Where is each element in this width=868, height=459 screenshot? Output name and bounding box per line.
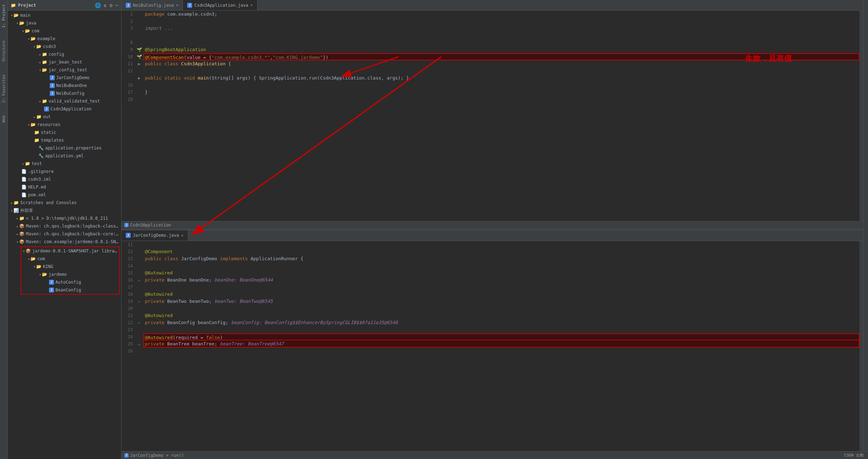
tree-item-BeanConfig[interactable]: J BeanConfig — [21, 286, 119, 294]
tree-item-external-libs[interactable]: ▾ 📊 外部库 — [8, 207, 121, 214]
tree-item-jar-config-test[interactable]: ▾ 📂 jar_config_test — [8, 66, 121, 74]
tree-item-JarConfigDemo[interactable]: J JarConfigDemo — [8, 74, 121, 82]
project-sidebar: 📁 Project 🌐 ⇅ ⚙ ─ ▾ 📂 main ▾ 📂 jav — [8, 0, 121, 459]
arrow-open: ▾ — [16, 240, 18, 244]
tab-jardemo[interactable]: J JarConfigDemo.java × — [121, 230, 188, 241]
sidebar-header: 📁 Project 🌐 ⇅ ⚙ ─ — [8, 0, 121, 11]
tree-item-gitignore[interactable]: 📄 .gitignore — [8, 168, 121, 175]
folder-icon: 📁 — [36, 114, 42, 119]
java-file-icon: J — [49, 288, 54, 293]
vtab-project[interactable]: 1: Project — [1, 1, 7, 31]
globe-icon[interactable]: 🌐 — [95, 2, 101, 8]
top-tab-bar: J NeiBuConfig.java × J Csdn3Application.… — [121, 0, 863, 11]
arrow-closed: ▸ — [16, 224, 18, 228]
tree-item-csdn3[interactable]: ▾ 📂 csdn3 — [8, 43, 121, 50]
java-file-icon: J — [49, 280, 54, 285]
line-numbers-top: 1 2 3 8 9 10 11 12 16 17 18 — [121, 11, 135, 221]
breadcrumb-top: J Csdn3Application — [121, 221, 863, 229]
tree-item-logback-classic[interactable]: ▸ 📦 Maven: ch.qos.logback:logback-classi… — [8, 222, 121, 230]
tree-item-templates[interactable]: 📁 templates — [8, 136, 121, 144]
scrollbar-top[interactable] — [859, 11, 863, 221]
tree-item-Csdn3Application[interactable]: J Csdn3Application — [8, 105, 121, 113]
tree-item-resources[interactable]: ▾ 📂 resources — [8, 121, 121, 129]
bottom-tab-bar: J JarConfigDemo.java × — [121, 230, 863, 241]
folder-icon: 📂 — [31, 36, 36, 41]
arrow-closed: ▸ — [39, 53, 41, 56]
yaml-icon: 🔧 — [38, 153, 44, 158]
vtab-structure[interactable]: Structure — [1, 38, 7, 65]
java-tab-icon: J — [187, 3, 192, 8]
arrow-open: ▾ — [39, 273, 41, 277]
left-vtabs: 1: Project Structure 2: Favorites Web — [0, 0, 8, 459]
arrow-closed: ▸ — [16, 217, 18, 220]
bottom-editor-pane: J JarConfigDemo.java × 11 12 13 14 15 16… — [121, 230, 863, 459]
tree-item-app-yml[interactable]: 🔧 application.yml — [8, 152, 121, 160]
tree-item-jardemo-maven[interactable]: ▾ 📦 Maven: com.example:jardemo:0.0.1-SNA… — [8, 238, 121, 246]
line-numbers-bottom: 11 12 13 14 15 16 17 18 19 20 21 22 23 2… — [121, 241, 135, 452]
tree-item-scratches[interactable]: ▸ 📁 Scratches and Consoles — [8, 199, 121, 207]
tree-item-jardemo-pkg[interactable]: ▾ 📂 jardemo — [21, 271, 119, 278]
file-icon: 📄 — [21, 169, 27, 174]
run-icon[interactable]: ▶ — [135, 60, 143, 67]
spring-boot-icon: 🌱 — [135, 46, 143, 53]
minimize-icon[interactable]: ─ — [115, 2, 118, 8]
folder-icon: 📂 — [31, 122, 36, 127]
tree-item-com-pkg[interactable]: ▾ 📂 com — [21, 255, 119, 263]
tree-item-pom[interactable]: 📄 pom.xml — [8, 191, 121, 199]
top-editor-pane: J NeiBuConfig.java × J Csdn3Application.… — [121, 0, 863, 229]
folder-icon: 📁 — [34, 138, 39, 143]
scrollbar-bottom[interactable] — [859, 241, 863, 452]
tree-item-jdk[interactable]: ▸ 📁 < 1.8 > D:\temp\jdk\jdk1.8.0_211 — [8, 214, 121, 222]
tree-item-main[interactable]: ▾ 📂 main — [8, 11, 121, 19]
tree-item-static[interactable]: 📁 static — [8, 129, 121, 136]
arrow-open: ▾ — [11, 209, 13, 213]
right-panel — [863, 0, 868, 459]
tree-item-logback-core[interactable]: ▸ 📦 Maven: ch.qos.logback:logback-core:1… — [8, 230, 121, 238]
tab-close[interactable]: × — [250, 3, 253, 7]
java-file-icon: J — [50, 75, 55, 80]
folder-icon: 📂 — [36, 264, 42, 269]
tree-item-NeiBuBeanOne[interactable]: J NeiBuBeanOne — [8, 82, 121, 89]
tree-item-NeiBuConfig[interactable]: J NeiBuConfig — [8, 89, 121, 97]
jar-icon: 📦 — [26, 248, 31, 253]
tree-item-out[interactable]: ▸ 📁 out — [8, 113, 121, 121]
vtab-web[interactable]: Web — [1, 113, 7, 125]
tree-item-jardemo-jar[interactable]: ▾ 📦 jardemo-0.0.1-SNAPSHOT.jar library f… — [21, 247, 119, 255]
tree-item-config[interactable]: ▸ 📁 config — [8, 50, 121, 58]
tab-neibuconfig[interactable]: J NeiBuConfig.java × — [121, 0, 183, 10]
editor-main: J NeiBuConfig.java × J Csdn3Application.… — [121, 0, 863, 459]
tree-item-app-properties[interactable]: 🔧 application.properties — [8, 144, 121, 152]
arrow-closed: ▸ — [22, 162, 24, 166]
tree-item-KING[interactable]: ▾ 📂 KING — [21, 263, 119, 271]
tree-item-valid[interactable]: ▸ 📁 valid_validated_test — [8, 97, 121, 105]
folder-icon: 📁 — [11, 3, 16, 8]
tree-item-AutoConfig[interactable]: J AutoConfig — [21, 278, 119, 286]
project-tree: ▾ 📂 main ▾ 📂 java ▾ 📂 com ▾ 📂 example — [8, 11, 121, 459]
folder-icon: 📁 — [34, 130, 39, 135]
gutter-top: 🌱 🌱 ▶ ▶ — [135, 11, 143, 221]
xml-icon: 📄 — [21, 192, 27, 197]
tree-item-test[interactable]: ▸ 📁 test — [8, 160, 121, 168]
tree-item-help[interactable]: 📄 HELP.md — [8, 183, 121, 191]
libs-icon: 📊 — [13, 208, 19, 213]
sidebar-title: 📁 Project — [11, 3, 36, 8]
vtab-favorites[interactable]: 2: Favorites — [1, 72, 7, 105]
gear-icon[interactable]: ⚙ — [109, 2, 112, 8]
highlighted-jar-region: ▾ 📦 jardemo-0.0.1-SNAPSHOT.jar library f… — [21, 246, 120, 295]
tree-item-example[interactable]: ▾ 📂 example — [8, 35, 121, 43]
folder-icon: 📂 — [31, 256, 36, 261]
tab-csdn3application[interactable]: J Csdn3Application.java × — [183, 0, 257, 10]
tree-item-iml[interactable]: 📄 csdn3.iml — [8, 175, 121, 183]
tab-close[interactable]: × — [181, 233, 184, 238]
folder-icon: 📁 — [13, 200, 19, 205]
tree-item-com[interactable]: ▾ 📂 com — [8, 27, 121, 35]
run-icon[interactable]: ▶ — [135, 75, 143, 82]
arrow-open: ▾ — [33, 265, 36, 269]
folder-icon: 📁 — [25, 161, 30, 166]
folder-icon: 📁 — [42, 60, 47, 65]
tree-item-java[interactable]: ▾ 📂 java — [8, 19, 121, 27]
tab-close[interactable]: × — [176, 3, 179, 7]
expand-icon[interactable]: ⇅ — [104, 2, 107, 8]
folder-icon: 📂 — [13, 13, 19, 18]
tree-item-jar-bean-test[interactable]: ▸ 📁 jar_bean_test — [8, 58, 121, 66]
